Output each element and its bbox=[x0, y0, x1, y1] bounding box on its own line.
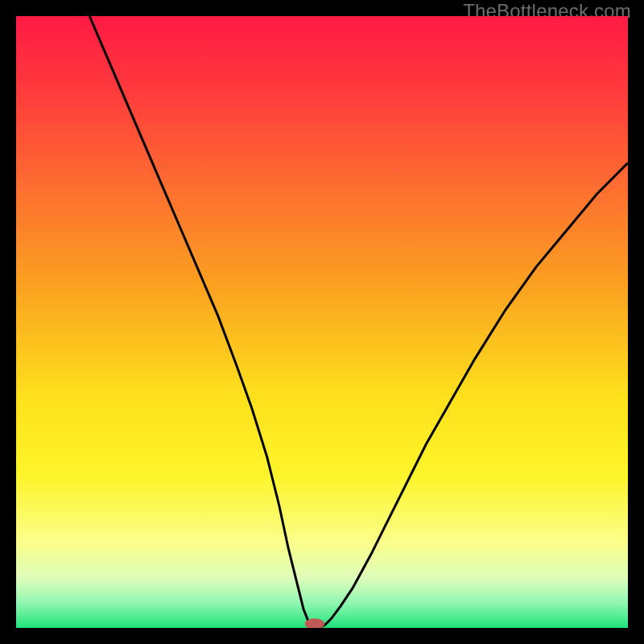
chart-frame: TheBottleneck.com bbox=[0, 0, 644, 644]
gradient-background bbox=[16, 16, 628, 628]
bottleneck-chart bbox=[16, 16, 628, 628]
